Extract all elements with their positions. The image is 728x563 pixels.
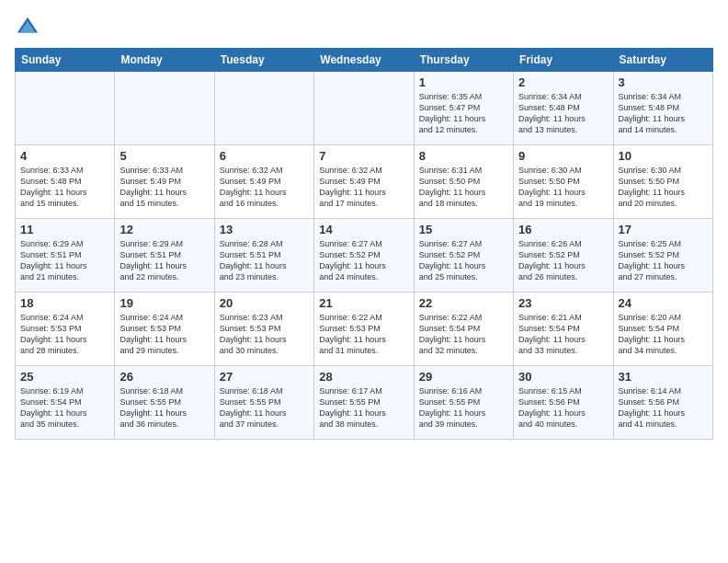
day-info: Sunrise: 6:15 AM Sunset: 5:56 PM Dayligh…	[518, 385, 608, 431]
day-number: 14	[319, 223, 408, 236]
day-number: 8	[419, 149, 508, 163]
calendar-cell: 21Sunrise: 6:22 AM Sunset: 5:53 PM Dayli…	[314, 293, 414, 366]
day-info: Sunrise: 6:21 AM Sunset: 5:54 PM Dayligh…	[518, 312, 608, 357]
day-number: 29	[419, 370, 508, 384]
day-info: Sunrise: 6:27 AM Sunset: 5:52 PM Dayligh…	[419, 238, 508, 283]
day-info: Sunrise: 6:22 AM Sunset: 5:54 PM Dayligh…	[419, 312, 508, 357]
calendar-cell: 4Sunrise: 6:33 AM Sunset: 5:48 PM Daylig…	[16, 145, 115, 219]
day-number: 30	[518, 370, 608, 384]
day-number: 18	[20, 296, 109, 310]
logo	[15, 15, 44, 40]
calendar-cell: 28Sunrise: 6:17 AM Sunset: 5:55 PM Dayli…	[314, 366, 414, 440]
day-info: Sunrise: 6:33 AM Sunset: 5:49 PM Dayligh…	[119, 165, 209, 210]
calendar-cell: 1Sunrise: 6:35 AM Sunset: 5:47 PM Daylig…	[414, 72, 513, 145]
calendar-cell	[16, 72, 115, 145]
calendar-cell: 25Sunrise: 6:19 AM Sunset: 5:54 PM Dayli…	[16, 366, 115, 440]
calendar-week-row: 1Sunrise: 6:35 AM Sunset: 5:47 PM Daylig…	[16, 72, 713, 145]
day-number: 27	[220, 370, 309, 384]
day-number: 5	[119, 149, 209, 163]
day-info: Sunrise: 6:19 AM Sunset: 5:54 PM Dayligh…	[20, 385, 109, 431]
calendar-cell: 10Sunrise: 6:30 AM Sunset: 5:50 PM Dayli…	[613, 145, 712, 219]
calendar-cell: 6Sunrise: 6:32 AM Sunset: 5:49 PM Daylig…	[214, 145, 313, 219]
calendar-cell: 3Sunrise: 6:34 AM Sunset: 5:48 PM Daylig…	[613, 72, 712, 145]
calendar-cell: 17Sunrise: 6:25 AM Sunset: 5:52 PM Dayli…	[613, 219, 712, 293]
calendar-cell: 16Sunrise: 6:26 AM Sunset: 5:52 PM Dayli…	[514, 219, 613, 293]
calendar-cell: 19Sunrise: 6:24 AM Sunset: 5:53 PM Dayli…	[115, 293, 214, 366]
day-number: 31	[619, 370, 708, 384]
day-number: 20	[220, 296, 309, 310]
day-info: Sunrise: 6:32 AM Sunset: 5:49 PM Dayligh…	[319, 165, 408, 210]
day-number: 19	[119, 296, 209, 310]
calendar-cell: 12Sunrise: 6:29 AM Sunset: 5:51 PM Dayli…	[115, 219, 214, 293]
day-number: 16	[518, 223, 608, 236]
day-info: Sunrise: 6:23 AM Sunset: 5:53 PM Dayligh…	[220, 312, 309, 357]
calendar-cell: 9Sunrise: 6:30 AM Sunset: 5:50 PM Daylig…	[514, 145, 613, 219]
day-number: 9	[518, 149, 608, 163]
calendar-cell: 13Sunrise: 6:28 AM Sunset: 5:51 PM Dayli…	[214, 219, 313, 293]
weekday-header-friday: Friday	[514, 49, 613, 72]
day-info: Sunrise: 6:34 AM Sunset: 5:48 PM Dayligh…	[619, 91, 708, 136]
weekday-header-thursday: Thursday	[414, 49, 513, 72]
calendar-week-row: 18Sunrise: 6:24 AM Sunset: 5:53 PM Dayli…	[16, 293, 713, 366]
day-info: Sunrise: 6:24 AM Sunset: 5:53 PM Dayligh…	[119, 312, 209, 357]
calendar-cell: 11Sunrise: 6:29 AM Sunset: 5:51 PM Dayli…	[16, 219, 115, 293]
calendar-cell: 20Sunrise: 6:23 AM Sunset: 5:53 PM Dayli…	[214, 293, 313, 366]
day-number: 25	[20, 370, 109, 384]
calendar-cell	[214, 72, 313, 145]
calendar-cell: 15Sunrise: 6:27 AM Sunset: 5:52 PM Dayli…	[414, 219, 513, 293]
day-info: Sunrise: 6:35 AM Sunset: 5:47 PM Dayligh…	[419, 91, 508, 136]
day-info: Sunrise: 6:28 AM Sunset: 5:51 PM Dayligh…	[220, 238, 309, 283]
day-number: 4	[20, 149, 109, 163]
weekday-header-tuesday: Tuesday	[214, 49, 313, 72]
calendar-cell: 31Sunrise: 6:14 AM Sunset: 5:56 PM Dayli…	[613, 366, 712, 440]
day-number: 11	[20, 223, 109, 236]
day-info: Sunrise: 6:20 AM Sunset: 5:54 PM Dayligh…	[619, 312, 708, 357]
weekday-header-monday: Monday	[115, 49, 214, 72]
calendar-week-row: 11Sunrise: 6:29 AM Sunset: 5:51 PM Dayli…	[16, 219, 713, 293]
weekday-header-sunday: Sunday	[16, 49, 115, 72]
calendar-cell: 7Sunrise: 6:32 AM Sunset: 5:49 PM Daylig…	[314, 145, 414, 219]
weekday-header-row: SundayMondayTuesdayWednesdayThursdayFrid…	[16, 49, 713, 72]
day-info: Sunrise: 6:18 AM Sunset: 5:55 PM Dayligh…	[220, 385, 309, 431]
calendar-week-row: 25Sunrise: 6:19 AM Sunset: 5:54 PM Dayli…	[16, 366, 713, 440]
day-number: 23	[518, 296, 608, 310]
day-number: 12	[119, 223, 209, 236]
day-info: Sunrise: 6:16 AM Sunset: 5:55 PM Dayligh…	[419, 385, 508, 431]
day-info: Sunrise: 6:29 AM Sunset: 5:51 PM Dayligh…	[20, 238, 109, 283]
weekday-header-wednesday: Wednesday	[314, 49, 414, 72]
calendar-cell: 30Sunrise: 6:15 AM Sunset: 5:56 PM Dayli…	[514, 366, 613, 440]
day-number: 6	[220, 149, 309, 163]
day-number: 13	[220, 223, 309, 236]
day-info: Sunrise: 6:33 AM Sunset: 5:48 PM Dayligh…	[20, 165, 109, 210]
day-number: 17	[619, 223, 708, 236]
calendar-table: SundayMondayTuesdayWednesdayThursdayFrid…	[15, 48, 713, 440]
calendar-cell: 8Sunrise: 6:31 AM Sunset: 5:50 PM Daylig…	[414, 145, 513, 219]
calendar-cell	[115, 72, 214, 145]
day-number: 7	[319, 149, 408, 163]
calendar-cell: 29Sunrise: 6:16 AM Sunset: 5:55 PM Dayli…	[414, 366, 513, 440]
day-number: 21	[319, 296, 408, 310]
calendar-cell: 26Sunrise: 6:18 AM Sunset: 5:55 PM Dayli…	[115, 366, 214, 440]
calendar-cell: 14Sunrise: 6:27 AM Sunset: 5:52 PM Dayli…	[314, 219, 414, 293]
day-info: Sunrise: 6:17 AM Sunset: 5:55 PM Dayligh…	[319, 385, 408, 431]
day-info: Sunrise: 6:30 AM Sunset: 5:50 PM Dayligh…	[518, 165, 608, 210]
calendar-week-row: 4Sunrise: 6:33 AM Sunset: 5:48 PM Daylig…	[16, 145, 713, 219]
day-info: Sunrise: 6:26 AM Sunset: 5:52 PM Dayligh…	[518, 238, 608, 283]
day-number: 10	[619, 149, 708, 163]
calendar-cell	[314, 72, 414, 145]
day-info: Sunrise: 6:30 AM Sunset: 5:50 PM Dayligh…	[619, 165, 708, 210]
day-number: 24	[619, 296, 708, 310]
day-number: 15	[419, 223, 508, 236]
calendar-cell: 2Sunrise: 6:34 AM Sunset: 5:48 PM Daylig…	[514, 72, 613, 145]
page-header	[15, 15, 713, 40]
calendar-cell: 18Sunrise: 6:24 AM Sunset: 5:53 PM Dayli…	[16, 293, 115, 366]
calendar-cell: 5Sunrise: 6:33 AM Sunset: 5:49 PM Daylig…	[115, 145, 214, 219]
day-info: Sunrise: 6:22 AM Sunset: 5:53 PM Dayligh…	[319, 312, 408, 357]
day-info: Sunrise: 6:32 AM Sunset: 5:49 PM Dayligh…	[220, 165, 309, 210]
day-info: Sunrise: 6:25 AM Sunset: 5:52 PM Dayligh…	[619, 238, 708, 283]
logo-icon	[15, 15, 40, 40]
day-number: 2	[518, 75, 608, 89]
weekday-header-saturday: Saturday	[613, 49, 712, 72]
calendar-cell: 22Sunrise: 6:22 AM Sunset: 5:54 PM Dayli…	[414, 293, 513, 366]
day-number: 22	[419, 296, 508, 310]
